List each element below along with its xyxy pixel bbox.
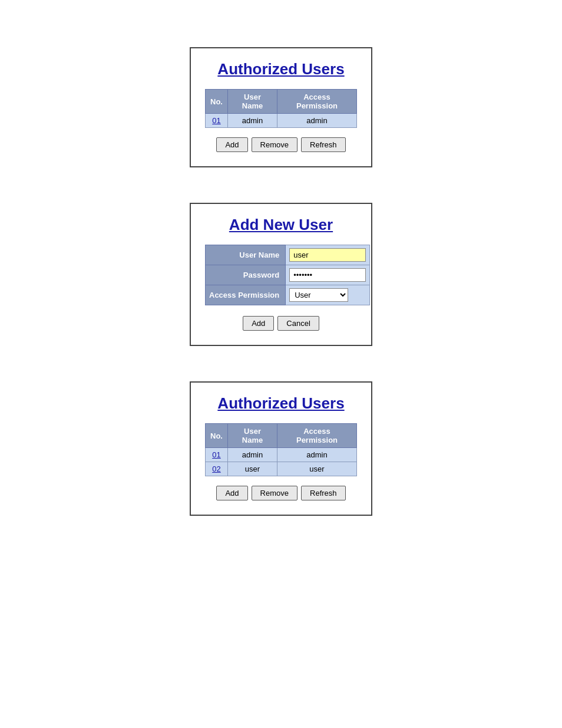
authorized-users-panel-3: Authorized Users No. User Name Access Pe…: [190, 381, 372, 516]
panel2-add-button[interactable]: Add: [243, 316, 274, 331]
row-permission: admin: [277, 114, 357, 128]
table-row: 02 user user: [206, 462, 357, 476]
users-table-1: No. User Name Access Permission 01 admin…: [205, 89, 357, 128]
panel3-add-button[interactable]: Add: [216, 486, 247, 500]
row-permission: user: [277, 462, 357, 476]
panel3-title: Authorized Users: [205, 394, 357, 413]
row-username: admin: [227, 114, 277, 128]
username-input[interactable]: [289, 248, 366, 262]
table-row: 01 admin admin: [206, 448, 357, 462]
panel3-btn-row: Add Remove Refresh: [205, 486, 357, 500]
col-username-1: User Name: [227, 90, 277, 114]
authorized-users-panel-1: Authorized Users No. User Name Access Pe…: [190, 47, 372, 167]
col-permission-1: Access Permission: [277, 90, 357, 114]
users-table-3: No. User Name Access Permission 01 admin…: [205, 423, 357, 476]
panel1-title: Authorized Users: [205, 60, 357, 78]
username-label: User Name: [206, 245, 286, 265]
row-permission: admin: [277, 448, 357, 462]
password-label: Password: [206, 265, 286, 285]
add-new-user-panel: Add New User User Name Password Access P…: [190, 203, 372, 346]
password-input[interactable]: [289, 268, 366, 282]
panel1-refresh-button[interactable]: Refresh: [301, 137, 346, 152]
username-row: User Name: [206, 245, 370, 265]
row-num[interactable]: 02: [206, 462, 228, 476]
permission-row: Access Permission User Admin: [206, 285, 370, 305]
panel3-remove-button[interactable]: Remove: [252, 486, 297, 500]
row-num[interactable]: 01: [206, 114, 228, 128]
col-num-3: No.: [206, 424, 228, 448]
col-username-3: User Name: [227, 424, 277, 448]
row-username: admin: [227, 448, 277, 462]
col-permission-3: Access Permission: [277, 424, 357, 448]
panel1-remove-button[interactable]: Remove: [252, 137, 297, 152]
row-num[interactable]: 01: [206, 448, 228, 462]
panel2-cancel-button[interactable]: Cancel: [277, 316, 319, 331]
row-username: user: [227, 462, 277, 476]
panel1-add-button[interactable]: Add: [216, 137, 247, 152]
panel2-title: Add New User: [205, 216, 357, 234]
add-user-form: User Name Password Access Permission Use…: [205, 245, 370, 305]
panel1-btn-row: Add Remove Refresh: [205, 137, 357, 152]
permission-select[interactable]: User Admin: [289, 288, 348, 302]
table-row: 01 admin admin: [206, 114, 357, 128]
col-num-1: No.: [206, 90, 228, 114]
permission-label: Access Permission: [206, 285, 286, 305]
password-row: Password: [206, 265, 370, 285]
panel2-btn-row: Add Cancel: [205, 316, 357, 331]
panel3-refresh-button[interactable]: Refresh: [301, 486, 346, 500]
